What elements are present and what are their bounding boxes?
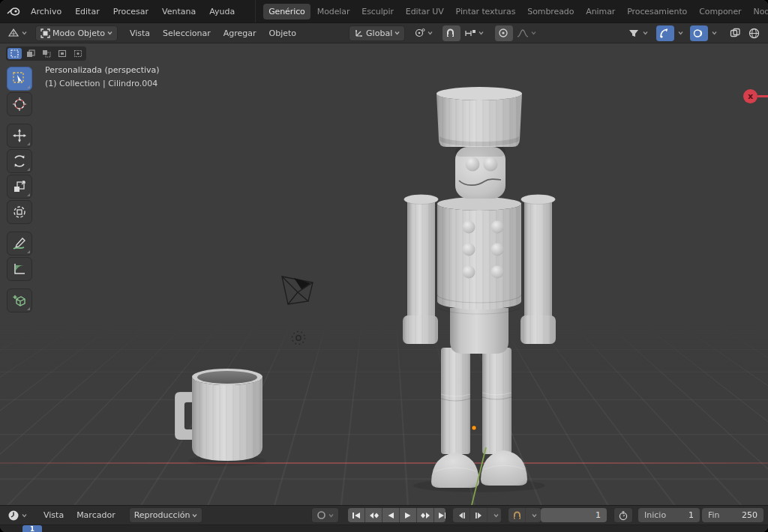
chevron-down-icon: [643, 31, 648, 35]
active-object-breadcrumb: (1) Collection | Cilindro.004: [45, 79, 160, 88]
select-mode-extend[interactable]: [23, 48, 38, 59]
current-frame-field[interactable]: 1: [541, 508, 607, 522]
previous-keyframe-button[interactable]: [365, 508, 382, 522]
viewport-menu-item[interactable]: Vista: [124, 25, 156, 41]
workspace-tab[interactable]: Procesamiento: [622, 4, 692, 19]
gizmo-dropdown[interactable]: [675, 25, 686, 41]
tool-scale[interactable]: [7, 175, 32, 199]
annotation-close-icon[interactable]: x: [743, 89, 758, 103]
object-visibility-filter-dropdown[interactable]: [626, 25, 651, 41]
show-overlays-toggle[interactable]: [690, 25, 708, 41]
frame-start-field[interactable]: Inicio 1: [638, 508, 700, 522]
mug-object[interactable]: [175, 369, 266, 466]
robot-head: [455, 147, 506, 199]
tool-transform[interactable]: [7, 200, 32, 224]
tool-move[interactable]: [7, 124, 32, 148]
proportional-editing-toggle[interactable]: [495, 25, 513, 41]
frame-end-label: Fin: [708, 510, 720, 520]
viewport-shading-button[interactable]: [746, 25, 764, 41]
xray-toggle[interactable]: [727, 25, 745, 41]
mode-dropdown[interactable]: Modo Objeto: [35, 25, 118, 41]
topbar-menu-item[interactable]: Archivo: [24, 4, 68, 19]
playback-dropdown[interactable]: Reproducción: [129, 507, 203, 523]
select-mode-intersect[interactable]: [70, 48, 85, 59]
orientation-label: Global: [366, 28, 392, 38]
snap-toggle[interactable]: [442, 25, 460, 41]
timeline-menu-item[interactable]: Vista: [38, 507, 70, 523]
workspace-tab[interactable]: Pintar texturas: [451, 4, 521, 19]
viewport-menu-item[interactable]: Seleccionar: [157, 25, 217, 41]
workspace-tab[interactable]: Nodos de geometría: [748, 4, 768, 19]
stopwatch-icon: [619, 510, 628, 521]
select-mode-subtract[interactable]: [39, 48, 53, 59]
timeline-editor-selector[interactable]: [4, 507, 30, 523]
tool-rotate[interactable]: [7, 149, 32, 173]
robot-arm-left: [403, 195, 439, 345]
topbar-menu-item[interactable]: Ayuda: [202, 4, 242, 19]
viewport-header: Modo Objeto VistaSeleccionarAgregarObjet…: [0, 22, 768, 43]
topbar-menus: ArchivoEditarProcesarVentanaAyuda: [24, 4, 242, 19]
viewport-3d[interactable]: Personalizada (perspectiva) (1) Collecti…: [0, 44, 768, 505]
object-mode-icon: [40, 28, 50, 38]
frame-step-dropdown[interactable]: [488, 508, 501, 522]
timeline-snap-controls: [508, 508, 541, 522]
viewport-menu-item[interactable]: Objeto: [263, 25, 303, 41]
timeline-menus: VistaMarcador: [38, 507, 122, 523]
overlays-toggle-icon: [693, 28, 704, 38]
tool-measure[interactable]: [7, 257, 32, 281]
play-button[interactable]: [400, 508, 416, 522]
topbar-menu-item[interactable]: Procesar: [106, 4, 155, 19]
workspace-tab[interactable]: Animar: [580, 4, 620, 19]
timeline-snap-dropdown[interactable]: [526, 508, 541, 522]
tool-annotate[interactable]: [7, 232, 32, 256]
use-preview-range-toggle[interactable]: [614, 507, 633, 523]
select-mode-set[interactable]: [8, 48, 22, 59]
editor-type-selector[interactable]: [4, 25, 30, 41]
workspace-tab[interactable]: Editar UV: [400, 4, 449, 19]
robot-object[interactable]: [403, 87, 556, 492]
robot-eye-left: [466, 157, 480, 172]
falloff-dropdown[interactable]: [514, 25, 539, 41]
snap-target-dropdown[interactable]: [461, 25, 487, 41]
auto-keying-toggle[interactable]: [311, 507, 339, 523]
workspace-tab[interactable]: Componer: [694, 4, 746, 19]
select-mode-invert[interactable]: [55, 48, 69, 59]
topbar-menu-item[interactable]: Ventana: [155, 4, 202, 19]
timeline-ruler[interactable]: 1020304050607080901001101201301401501601…: [0, 525, 768, 532]
chevron-down-icon: [712, 31, 717, 35]
frame-end-field[interactable]: Fin 250: [702, 508, 764, 522]
chevron-down-icon: [494, 513, 499, 518]
camera-object[interactable]: [282, 276, 313, 304]
tool-cursor[interactable]: [7, 92, 32, 116]
tool-add-primitive[interactable]: [7, 288, 32, 312]
timeline-magnet-icon: [512, 511, 522, 520]
next-frame-button[interactable]: [470, 508, 487, 522]
tool-select-box[interactable]: [7, 67, 32, 91]
timeline-snap-toggle[interactable]: [508, 508, 525, 522]
viewport-menu-item[interactable]: Agregar: [218, 25, 262, 41]
workspace-tab[interactable]: Esculpir: [356, 4, 399, 19]
xray-toggle-icon: [730, 28, 741, 38]
robot-eye-right: [484, 157, 498, 172]
workspace-tab[interactable]: Modelar: [312, 4, 356, 19]
overlays-dropdown[interactable]: [709, 25, 720, 41]
show-gizmo-toggle[interactable]: [656, 25, 674, 41]
topbar-menu-item[interactable]: Editar: [68, 4, 106, 19]
timeline-menu-item[interactable]: Marcador: [70, 507, 122, 523]
transform-orientation-dropdown[interactable]: Global: [349, 25, 405, 41]
workspace-tab[interactable]: Sombreado: [522, 4, 579, 19]
workspace-tab[interactable]: Genérico: [263, 4, 310, 19]
falloff-curve-icon: [517, 28, 529, 38]
gizmo-toggle-icon: [659, 28, 670, 38]
blender-logo-icon[interactable]: [6, 4, 21, 19]
magnet-icon: [446, 28, 455, 38]
light-object[interactable]: [292, 332, 305, 345]
previous-frame-button[interactable]: [453, 508, 470, 522]
pivot-point-dropdown[interactable]: [412, 25, 436, 41]
playhead[interactable]: 1: [22, 525, 42, 532]
jump-to-end-button[interactable]: [434, 508, 446, 522]
blender-window: ArchivoEditarProcesarVentanaAyuda Genéri…: [0, 0, 768, 532]
play-reverse-button[interactable]: [382, 508, 399, 522]
jump-to-start-button[interactable]: [348, 508, 364, 522]
next-keyframe-button[interactable]: [417, 508, 434, 522]
